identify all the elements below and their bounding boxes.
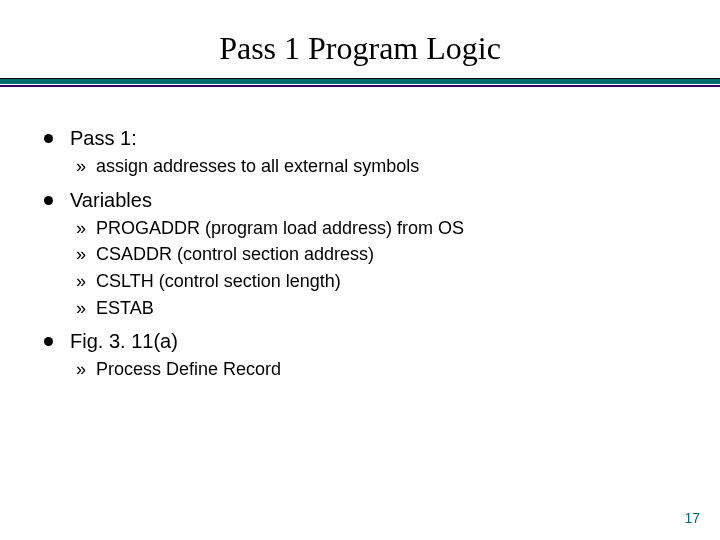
divider xyxy=(0,79,720,87)
bullet-icon xyxy=(44,337,53,346)
bullet-icon xyxy=(44,196,53,205)
sub-list-item-label: CSADDR (control section address) xyxy=(96,244,374,264)
list-item: Variables xyxy=(70,189,680,212)
list-item-label: Fig. 3. 11(a) xyxy=(70,330,178,352)
sub-list-item-label: Process Define Record xyxy=(96,359,281,379)
chevron-icon: » xyxy=(76,359,86,380)
sub-list-item: » PROGADDR (program load address) from O… xyxy=(96,218,680,239)
page-number: 17 xyxy=(684,510,700,526)
list-item-label: Pass 1: xyxy=(70,127,137,149)
chevron-icon: » xyxy=(76,298,86,319)
sub-list-item-label: PROGADDR (program load address) from OS xyxy=(96,218,464,238)
sub-list-item: » Process Define Record xyxy=(96,359,680,380)
divider-band xyxy=(0,79,720,84)
slide-body: Pass 1: » assign addresses to all extern… xyxy=(0,87,720,380)
list-item: Pass 1: xyxy=(70,127,680,150)
list-item-label: Variables xyxy=(70,189,152,211)
chevron-icon: » xyxy=(76,156,86,177)
chevron-icon: » xyxy=(76,218,86,239)
chevron-icon: » xyxy=(76,244,86,265)
slide-title: Pass 1 Program Logic xyxy=(0,0,720,79)
bullet-icon xyxy=(44,134,53,143)
sub-list-item: » ESTAB xyxy=(96,298,680,319)
sub-list-item-label: ESTAB xyxy=(96,298,154,318)
sub-list-item-label: CSLTH (control section length) xyxy=(96,271,341,291)
chevron-icon: » xyxy=(76,271,86,292)
sub-list-item: » CSADDR (control section address) xyxy=(96,244,680,265)
sub-list-item: » assign addresses to all external symbo… xyxy=(96,156,680,177)
sub-list-item-label: assign addresses to all external symbols xyxy=(96,156,419,176)
divider-bottom xyxy=(0,85,720,87)
sub-list-item: » CSLTH (control section length) xyxy=(96,271,680,292)
slide: Pass 1 Program Logic Pass 1: » assign ad… xyxy=(0,0,720,540)
list-item: Fig. 3. 11(a) xyxy=(70,330,680,353)
